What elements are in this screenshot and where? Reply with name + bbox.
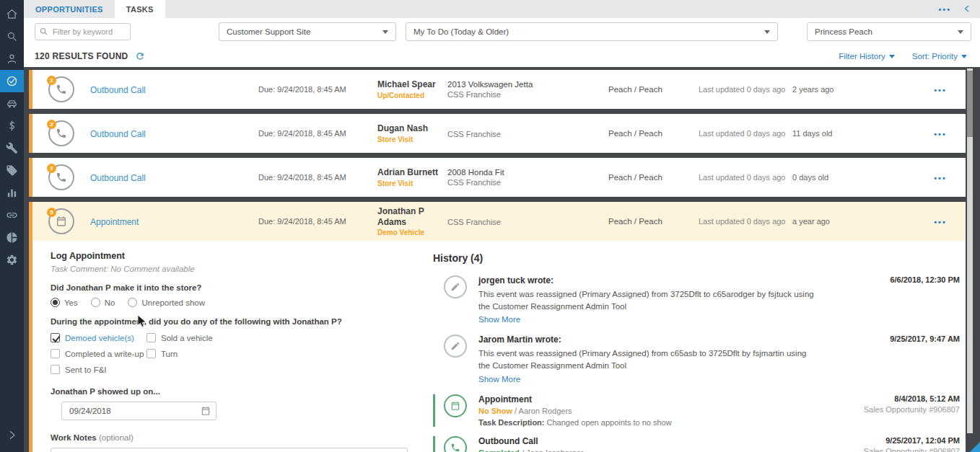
expand-sidebar-icon[interactable]	[0, 424, 24, 446]
links-icon[interactable]	[0, 204, 24, 226]
reports-icon[interactable]	[0, 182, 24, 204]
scroll-corner-indicator	[970, 442, 980, 452]
more-options-button[interactable]: •••	[938, 5, 951, 14]
task-row[interactable]: 2 Outbound Call Due: 9/24/2018, 8:45 AM …	[29, 114, 966, 153]
task-age: 11 days old	[792, 129, 915, 138]
customer-name[interactable]: Dugan Nash	[377, 123, 447, 133]
customer-name[interactable]: Adrian Burnett	[377, 167, 447, 177]
history-date: 6/6/2018, 12:30 PM	[826, 275, 960, 284]
task-title-link[interactable]: Appointment	[90, 217, 139, 227]
tab-tasks[interactable]: TASKS	[115, 0, 165, 18]
radio-option-unreported[interactable]: Unreported show	[128, 298, 205, 307]
search-icon[interactable]	[0, 25, 24, 48]
history-task-title: Outbound Call	[478, 436, 815, 446]
keyword-search-input[interactable]	[35, 23, 131, 40]
history-item: Appointment No Show / Aaron Rodgers Task…	[433, 394, 960, 427]
offers-icon[interactable]	[0, 159, 24, 182]
customer-name[interactable]: Michael Spear	[377, 79, 447, 89]
customer-status: Up/Contacted	[377, 92, 447, 99]
task-title-link[interactable]: Outbound Call	[90, 85, 146, 95]
task-row[interactable]: 2 Outbound Call Due: 9/24/2018, 8:45 AM …	[29, 70, 966, 109]
history-text: This event was reassigned (Primary Assig…	[478, 347, 815, 371]
task-person: / Joan Isenbarger	[520, 448, 584, 452]
history-item: Jarom Martin wrote: This event was reass…	[433, 334, 960, 384]
todo-filter-dropdown[interactable]: My To Do (Today & Older)	[406, 22, 778, 41]
phone-icon: 2	[48, 164, 74, 190]
filter-bar: Customer Support Site My To Do (Today & …	[24, 18, 980, 45]
radio-option-no[interactable]: No	[91, 298, 115, 307]
showed-up-label: Jonathan P showed up on...	[51, 387, 433, 396]
task-person: / Aaron Rodgers	[512, 407, 572, 415]
customer-name[interactable]: Jonathan P Adams	[377, 206, 447, 227]
showed-up-date	[61, 402, 216, 420]
task-comment: Task Comment: No Comment available	[51, 265, 433, 273]
priority-badge: 5	[47, 208, 56, 217]
calendar-icon	[201, 406, 211, 416]
franchise: CSS Franchise	[447, 90, 608, 99]
chevron-down-icon	[382, 30, 388, 34]
last-updated: Last updated 0 days ago	[699, 85, 792, 94]
show-more-link[interactable]: Show More	[478, 375, 520, 384]
form-title: Log Appointment	[51, 251, 433, 261]
app-window: OPPORTUNITIES TASKS ••• Customer Support…	[0, 0, 980, 452]
sort-button[interactable]: Sort: Priority	[912, 52, 967, 61]
customers-icon[interactable]	[0, 48, 24, 70]
checkbox-4[interactable]: Sent to F&I	[51, 365, 146, 374]
store-visit-radio-group: Yes No Unreported show	[51, 298, 433, 307]
task-list: 2 Outbound Call Due: 9/24/2018, 8:45 AM …	[24, 67, 980, 452]
row-menu-button[interactable]: •••	[934, 130, 947, 138]
history-date: 8/4/2018, 5:12 AM	[826, 394, 960, 403]
home-icon[interactable]	[0, 3, 24, 25]
phone-icon	[444, 436, 467, 452]
scrollbar-thumb[interactable]	[967, 71, 973, 137]
checkbox-0[interactable]: Demoed vehicle(s)	[51, 333, 146, 342]
results-bar: 120 RESULTS FOUND Filter History Sort: P…	[24, 45, 980, 67]
task-title-link[interactable]: Outbound Call	[90, 129, 146, 139]
expanded-row-header[interactable]: 5 Appointment Due: 9/24/2018, 8:45 AM Jo…	[32, 202, 966, 241]
tab-opportunities[interactable]: OPPORTUNITIES	[24, 0, 115, 18]
site-dropdown[interactable]: Customer Support Site	[219, 22, 396, 41]
tools-icon[interactable]	[0, 137, 24, 159]
edit-icon	[444, 334, 467, 358]
show-more-link[interactable]: Show More	[478, 315, 520, 324]
radio-1	[91, 298, 100, 307]
settings-icon[interactable]	[0, 249, 24, 271]
history-title: History (4)	[433, 252, 960, 264]
checkbox-2[interactable]: Completed a write-up	[51, 349, 146, 358]
user-dropdown[interactable]: Princess Peach	[807, 22, 971, 41]
refresh-icon[interactable]	[135, 51, 145, 61]
calendar-icon	[444, 394, 467, 417]
scrollbar-track[interactable]	[967, 68, 973, 433]
row-menu-button[interactable]: •••	[934, 218, 947, 226]
franchise: CSS Franchise	[447, 130, 608, 138]
work-notes-label: Work Notes (optional)	[51, 433, 433, 442]
history-author: jorgen tuck wrote:	[478, 275, 815, 285]
radio-option-yes[interactable]: Yes	[51, 298, 78, 307]
priority-badge: 2	[47, 164, 56, 173]
checkbox-3[interactable]: Turn	[146, 349, 269, 358]
franchise: CSS Franchise	[447, 178, 608, 187]
showed-up-date-input[interactable]	[61, 402, 216, 420]
insights-icon[interactable]	[0, 226, 24, 249]
opportunity-ref: Sales Opportunity #906807	[826, 405, 960, 414]
due-date: Due: 9/24/2018, 8:45 AM	[258, 217, 377, 226]
question-activities: During the appointment, did you do any o…	[51, 317, 433, 326]
opportunity-ref: Sales Opportunity #906807	[826, 447, 960, 452]
deals-icon[interactable]	[0, 115, 24, 137]
work-notes-textarea[interactable]	[51, 448, 408, 452]
collapse-panel-icon[interactable]	[963, 3, 971, 16]
row-menu-button[interactable]: •••	[934, 86, 947, 94]
checkbox-1[interactable]: Sold a vehicle	[146, 333, 269, 342]
task-row[interactable]: 2 Outbound Call Due: 9/24/2018, 8:45 AM …	[29, 158, 966, 197]
inventory-icon[interactable]	[0, 92, 24, 115]
chevron-down-icon	[961, 55, 967, 58]
history-text: This event was reassigned (Primary Assig…	[478, 288, 815, 312]
row-menu-button[interactable]: •••	[934, 174, 947, 182]
radio-0	[51, 298, 60, 307]
priority-badge: 2	[47, 120, 56, 129]
task-age: 0 days old	[792, 173, 915, 182]
assigned-to: Peach / Peach	[608, 173, 699, 182]
filter-history-button[interactable]: Filter History	[839, 52, 895, 61]
tasks-icon[interactable]	[0, 70, 24, 92]
task-title-link[interactable]: Outbound Call	[90, 173, 146, 183]
